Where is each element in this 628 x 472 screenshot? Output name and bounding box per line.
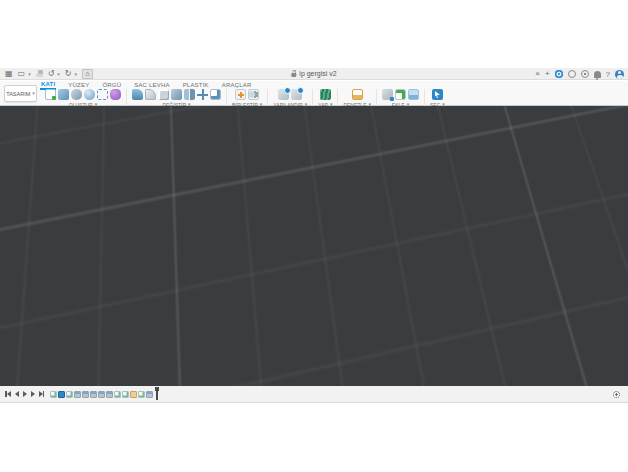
tab-yuzey[interactable]: YÜZEY: [67, 81, 90, 89]
help-icon[interactable]: ?: [606, 70, 610, 79]
save-icon[interactable]: [36, 70, 43, 77]
tab-sac-levha[interactable]: SAC LEVHA: [133, 81, 170, 89]
timeline-position-marker[interactable]: [156, 388, 158, 400]
timeline-hole-feature[interactable]: [130, 391, 137, 398]
viewport[interactable]: ≡ Tasarım ip gergisi v2 Belge Ayarları: [0, 106, 628, 386]
document-settings-gear[interactable]: [66, 120, 75, 128]
configure-icon[interactable]: [278, 89, 289, 100]
look-at-icon[interactable]: [317, 376, 323, 382]
step-back-button[interactable]: [15, 391, 19, 397]
play-button[interactable]: [23, 391, 27, 397]
interference-icon[interactable]: [248, 89, 259, 100]
eye-icon[interactable]: [12, 172, 17, 177]
align-icon[interactable]: [210, 89, 221, 100]
redo-caret-icon[interactable]: ▾: [75, 71, 78, 77]
split-body-icon[interactable]: [184, 89, 195, 100]
create-form-icon[interactable]: [110, 89, 121, 100]
timeline-feature[interactable]: [74, 391, 81, 398]
notifications-icon[interactable]: [581, 70, 589, 78]
zoom-icon[interactable]: [299, 376, 305, 382]
make-icon[interactable]: [320, 89, 331, 100]
caret-icon[interactable]: [340, 378, 344, 380]
eye-off-icon[interactable]: [12, 152, 17, 157]
pattern-icon[interactable]: [97, 89, 108, 100]
tree-item-govdeler[interactable]: Gövdeler: [4, 160, 85, 168]
timeline-feature[interactable]: [98, 391, 105, 398]
grid-settings-icon[interactable]: [362, 376, 368, 382]
timeline-feature[interactable]: [146, 391, 153, 398]
bell-icon[interactable]: [594, 71, 601, 78]
job-status-icon[interactable]: [568, 70, 576, 78]
collapse-arrow-icon[interactable]: [3, 122, 8, 127]
sweep-icon[interactable]: [84, 89, 95, 100]
join-icon[interactable]: [235, 89, 246, 100]
move-copy-icon[interactable]: [197, 89, 208, 100]
expand-arrow-icon[interactable]: [4, 132, 7, 136]
tree-item-adlandirilmis-gorunumler[interactable]: Adlandırılmış Görünümler: [4, 140, 85, 148]
shell-icon[interactable]: [158, 89, 169, 100]
workspace-menu-button[interactable]: TASARIM ▾: [4, 85, 37, 102]
timeline-sketch-feature[interactable]: [122, 391, 129, 398]
canvas-icon[interactable]: [408, 89, 419, 100]
timeline-feature[interactable]: [82, 391, 89, 398]
model-body[interactable]: [196, 130, 406, 360]
caret-icon[interactable]: [325, 378, 329, 380]
undo-icon[interactable]: ↺: [48, 69, 55, 79]
combine-icon[interactable]: [171, 89, 182, 100]
undo-caret-icon[interactable]: ▾: [57, 71, 60, 77]
fit-view-icon[interactable]: [308, 376, 314, 382]
measure-icon[interactable]: [352, 89, 363, 100]
timeline-selected-feature[interactable]: [58, 391, 65, 398]
home-button[interactable]: ⌂: [82, 69, 93, 79]
insert-mesh-icon[interactable]: [382, 89, 393, 100]
timeline-sketch-feature[interactable]: [138, 391, 145, 398]
expand-arrow-icon[interactable]: [4, 152, 7, 156]
comments-dot-icon[interactable]: [91, 378, 95, 382]
make-editable-link[interactable]: Düzenlenebilir Yap: [352, 111, 398, 117]
timeline-sketch-feature[interactable]: [66, 391, 73, 398]
file-menu-caret-icon[interactable]: ▾: [28, 71, 31, 77]
timeline-feature[interactable]: [90, 391, 97, 398]
create-sketch-icon[interactable]: [45, 89, 56, 100]
data-panel-icon[interactable]: ▦: [5, 69, 13, 79]
orbit-icon[interactable]: [275, 376, 281, 382]
caret-icon[interactable]: [370, 378, 374, 380]
configuration-table-icon[interactable]: [291, 89, 302, 100]
tab-plastik[interactable]: PLASTİK: [182, 81, 210, 89]
filter-dot-icon[interactable]: [118, 111, 122, 115]
caret-icon[interactable]: [355, 378, 359, 380]
close-tab-icon[interactable]: ×: [535, 69, 540, 79]
fillet-icon[interactable]: [145, 89, 156, 100]
extensions-icon[interactable]: [555, 70, 563, 78]
tab-araclar[interactable]: ARAÇLAR: [221, 81, 253, 89]
revolve-icon[interactable]: [71, 89, 82, 100]
new-tab-icon[interactable]: +: [545, 69, 550, 79]
tree-item-orijin[interactable]: Orijin: [4, 150, 85, 158]
timeline-sketch-feature[interactable]: [50, 391, 57, 398]
expand-arrow-icon[interactable]: [4, 162, 7, 166]
file-menu-button[interactable]: ▭: [18, 69, 26, 79]
display-settings-icon[interactable]: [332, 376, 338, 381]
viewports-icon[interactable]: [347, 376, 353, 382]
expand-arrow-icon[interactable]: [4, 172, 7, 176]
timeline-settings-gear-icon[interactable]: [613, 391, 620, 398]
extrude-icon[interactable]: [58, 89, 69, 100]
eye-icon[interactable]: [12, 122, 17, 127]
browser-filter-bar[interactable]: ≡ Tasarım: [3, 108, 126, 118]
view-cube[interactable]: ÖN: [584, 110, 624, 152]
comments-bar[interactable]: YORUMLAR: [4, 374, 100, 385]
timeline-sketch-feature[interactable]: [114, 391, 121, 398]
tree-root-row[interactable]: ip gergisi v2: [4, 120, 85, 128]
select-icon[interactable]: [432, 89, 443, 100]
expand-arrow-icon[interactable]: [4, 142, 7, 146]
tree-item-belge-ayarlari[interactable]: Belge Ayarları: [4, 130, 85, 138]
step-forward-button[interactable]: [31, 391, 35, 397]
redo-icon[interactable]: ↻: [65, 69, 72, 79]
eye-icon[interactable]: [12, 162, 17, 167]
tree-item-eskizler[interactable]: Eskizler: [4, 170, 85, 178]
profile-avatar[interactable]: [615, 70, 624, 79]
timeline-feature[interactable]: [106, 391, 113, 398]
press-pull-icon[interactable]: [132, 89, 143, 100]
caret-icon[interactable]: [283, 378, 287, 380]
insert-derive-icon[interactable]: [395, 89, 406, 100]
